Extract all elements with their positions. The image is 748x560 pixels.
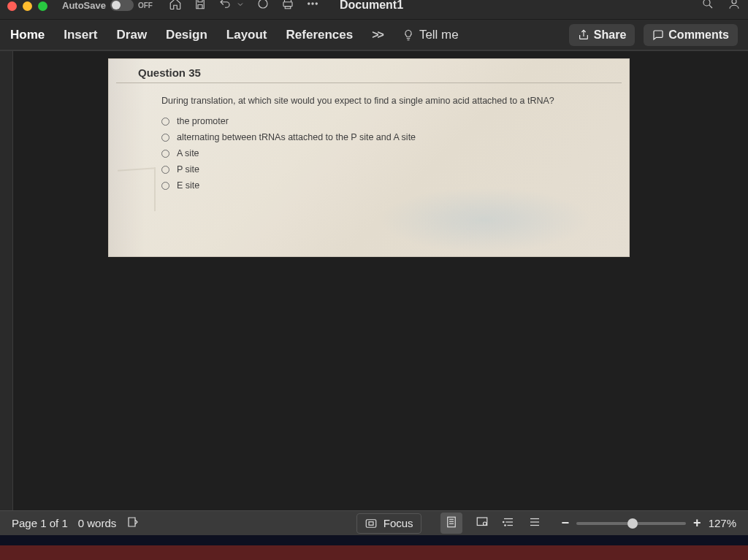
question-divider	[116, 83, 622, 83]
autosave-label: AutoSave	[62, 0, 106, 11]
document-area[interactable]: Question 35 During translation, at which…	[0, 50, 748, 510]
draft-view-icon[interactable]	[528, 515, 541, 531]
lightbulb-icon	[402, 28, 415, 42]
zoom-slider-thumb[interactable]	[627, 518, 638, 529]
paper-edge-artifact	[118, 167, 156, 214]
more-icon[interactable]	[306, 0, 319, 13]
undo-icon[interactable]	[218, 0, 232, 13]
svg-point-2	[308, 3, 310, 4]
ribbon-right: Share Comments	[569, 24, 738, 46]
tab-layout[interactable]: Layout	[226, 28, 267, 42]
radio-icon	[161, 118, 169, 126]
tab-design[interactable]: Design	[166, 28, 207, 42]
radio-icon	[161, 150, 169, 158]
window-close-button[interactable]	[7, 1, 17, 11]
web-layout-view-icon[interactable]	[476, 515, 489, 531]
vertical-ruler	[0, 51, 13, 510]
option-b: alternating between tRNAs attached to th…	[161, 132, 614, 142]
status-bar: Page 1 of 1 0 words Focus − + 127%	[0, 510, 748, 535]
radio-icon	[161, 166, 169, 174]
page-indicator[interactable]: Page 1 of 1	[12, 517, 68, 529]
ribbon-tabs: Home Insert Draw Design Layout Reference…	[0, 19, 748, 50]
option-e: E site	[161, 180, 614, 191]
question-header: Question 35	[138, 66, 201, 79]
proofing-icon[interactable]	[126, 515, 140, 531]
option-a: the promoter	[161, 116, 614, 126]
svg-rect-7	[366, 519, 376, 527]
focus-mode-button[interactable]: Focus	[356, 513, 421, 534]
comments-label: Comments	[668, 28, 729, 42]
svg-point-19	[504, 525, 505, 526]
svg-rect-1	[283, 2, 292, 7]
option-a-text: the promoter	[177, 116, 229, 126]
outline-view-icon[interactable]	[502, 515, 515, 531]
account-icon[interactable]	[728, 0, 741, 13]
status-left: Page 1 of 1 0 words	[12, 515, 140, 531]
document-canvas[interactable]: Question 35 During translation, at which…	[13, 51, 748, 510]
print-icon[interactable]	[281, 0, 294, 13]
quick-access-toolbar	[169, 0, 319, 13]
word-count[interactable]: 0 words	[78, 517, 117, 529]
ribbon-overflow-icon[interactable]: >>	[372, 28, 383, 42]
tab-insert[interactable]: Insert	[64, 28, 97, 42]
question-prompt: During translation, at which site would …	[161, 96, 614, 106]
svg-point-3	[312, 3, 313, 4]
svg-point-5	[703, 0, 710, 6]
share-button[interactable]: Share	[569, 24, 635, 46]
window-titlebar: AutoSave OFF Document1	[0, 0, 748, 19]
comments-icon	[652, 29, 664, 41]
tab-draw[interactable]: Draw	[117, 28, 148, 42]
titlebar-right-icons	[701, 0, 741, 13]
radio-icon	[161, 182, 169, 190]
undo-dropdown-icon[interactable]	[236, 0, 245, 12]
zoom-control: − + 127%	[562, 515, 736, 531]
autosave-state: OFF	[138, 1, 153, 9]
zoom-percent[interactable]: 127%	[709, 517, 736, 529]
focus-label: Focus	[383, 517, 413, 529]
zoom-slider[interactable]	[576, 522, 686, 525]
save-icon[interactable]	[194, 0, 207, 13]
autosave-control[interactable]: AutoSave OFF	[62, 0, 153, 11]
svg-point-14	[483, 522, 486, 526]
svg-point-0	[259, 0, 267, 8]
page: Question 35 During translation, at which…	[108, 58, 630, 510]
zoom-out-button[interactable]: −	[562, 515, 570, 531]
share-label: Share	[594, 28, 626, 42]
question-body: During translation, at which site would …	[161, 96, 614, 196]
traffic-lights	[7, 1, 47, 11]
option-d: P site	[161, 164, 614, 174]
comments-button[interactable]: Comments	[644, 24, 738, 46]
autosave-toggle[interactable]	[110, 0, 134, 11]
option-b-text: alternating between tRNAs attached to th…	[177, 132, 416, 142]
search-icon[interactable]	[701, 0, 714, 13]
window-fullscreen-button[interactable]	[38, 1, 47, 11]
desktop-background	[0, 545, 748, 560]
tab-home[interactable]: Home	[10, 28, 45, 42]
tell-me-search[interactable]: Tell me	[402, 28, 459, 42]
option-c: A site	[161, 148, 614, 158]
autosave-toggle-knob	[112, 1, 121, 9]
svg-point-18	[503, 521, 504, 523]
svg-point-6	[732, 0, 736, 4]
option-c-text: A site	[177, 148, 199, 158]
svg-point-4	[316, 3, 317, 4]
document-title: Document1	[340, 0, 403, 12]
focus-icon	[365, 517, 378, 530]
view-switcher	[440, 513, 541, 534]
share-icon	[578, 29, 589, 41]
svg-rect-8	[369, 521, 373, 525]
svg-rect-9	[447, 517, 455, 527]
home-icon[interactable]	[169, 0, 182, 13]
radio-icon	[161, 134, 169, 142]
zoom-in-button[interactable]: +	[693, 515, 701, 531]
option-d-text: P site	[177, 164, 199, 174]
redo-icon[interactable]	[256, 0, 270, 13]
svg-rect-13	[477, 518, 487, 526]
window-shadow	[0, 535, 748, 545]
tell-me-label: Tell me	[419, 28, 459, 42]
inserted-image[interactable]: Question 35 During translation, at which…	[108, 58, 630, 257]
tab-references[interactable]: References	[286, 28, 354, 42]
window-minimize-button[interactable]	[23, 1, 32, 11]
option-e-text: E site	[177, 180, 199, 191]
print-layout-view-icon[interactable]	[440, 513, 462, 534]
